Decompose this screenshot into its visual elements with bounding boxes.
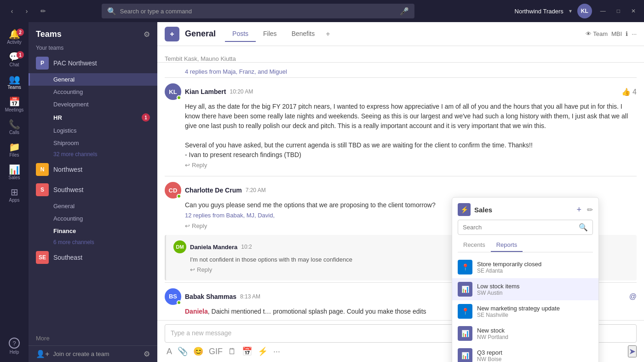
user-name-label[interactable]: Northwind Traders bbox=[515, 8, 564, 15]
channel-sw-finance[interactable]: Finance bbox=[29, 225, 157, 237]
search-bar[interactable]: 🔍 🎤 bbox=[102, 4, 414, 18]
southwest-more-channels[interactable]: 6 more channels bbox=[29, 237, 157, 247]
view-team-button[interactable]: 👁 Team bbox=[586, 30, 608, 37]
channel-development[interactable]: Development bbox=[29, 98, 157, 111]
maximize-button[interactable]: □ bbox=[614, 8, 623, 14]
dropdown-tabs: Recents Reports bbox=[458, 239, 593, 252]
charlotte-avatar-wrap: CD bbox=[165, 182, 181, 199]
reply-count-top[interactable]: 4 replies from Maja, Franz, and Miguel bbox=[157, 66, 644, 76]
dropdown-add-button[interactable]: + bbox=[576, 205, 581, 215]
list-item[interactable]: 📊 Q3 report NW Boise bbox=[452, 344, 598, 362]
tab-files[interactable]: Files bbox=[256, 26, 284, 42]
charlotte-online-dot bbox=[177, 194, 181, 199]
top-right: Northwind Traders ▾ KL — □ ✕ bbox=[515, 4, 638, 18]
sidebar-item-teams[interactable]: 👥 Teams bbox=[0, 71, 29, 93]
message-input-placeholder: Type a new message bbox=[171, 329, 231, 337]
new-stock-icon: 📊 bbox=[458, 326, 472, 341]
sidebar-footer: 👤+ Join or create a team ⚙ bbox=[29, 345, 157, 362]
teams-icon: 👥 bbox=[9, 75, 20, 84]
back-button[interactable]: ‹ bbox=[6, 5, 18, 18]
info-icon[interactable]: ℹ bbox=[626, 30, 628, 37]
apps-label: Apps bbox=[9, 198, 20, 203]
sidebar-item-help[interactable]: ? Help bbox=[7, 334, 22, 358]
mbi-badge[interactable]: MBI bbox=[611, 30, 622, 37]
sticker-button[interactable]: 🗒 bbox=[226, 345, 238, 358]
list-item[interactable]: 📊 Low stock items SW Austin bbox=[452, 278, 598, 300]
q3-report-info: Q3 report NW Boise bbox=[477, 349, 593, 362]
low-stock-icon: 📊 bbox=[458, 282, 472, 297]
thread-separator: Tembit Kask, Mauno Kiutta bbox=[157, 53, 644, 63]
activity-badge: 2 bbox=[17, 29, 24, 36]
sidebar-item-activity[interactable]: 🔔 Activity 2 bbox=[0, 26, 29, 48]
channel-hr[interactable]: HR 1 bbox=[29, 111, 157, 124]
marketing-info: New marketing strategy update SE Nashvil… bbox=[477, 305, 593, 318]
search-input[interactable] bbox=[120, 8, 396, 15]
minimize-button[interactable]: — bbox=[598, 8, 609, 14]
sidebar-item-sales[interactable]: 📊 Sales bbox=[0, 161, 29, 184]
channel-shiproom[interactable]: Shiproom bbox=[29, 137, 157, 149]
team-pac-northwest[interactable]: P PAC Northwest ··· bbox=[29, 53, 157, 73]
more-options-icon[interactable]: ··· bbox=[632, 30, 637, 37]
tab-benefits[interactable]: Benefits bbox=[284, 26, 322, 42]
team-southwest[interactable]: S Southwest ··· bbox=[29, 180, 157, 200]
list-item[interactable]: 📍 New marketing strategy update SE Nashv… bbox=[452, 300, 598, 322]
dropdown-search[interactable]: 🔍 bbox=[458, 220, 593, 235]
daniela-time: 10:2 bbox=[241, 244, 252, 250]
close-button[interactable]: ✕ bbox=[628, 8, 638, 14]
sidebar-more[interactable]: More bbox=[29, 331, 157, 345]
pac-northwest-more-channels[interactable]: 32 more channels bbox=[29, 149, 157, 159]
schedule-button[interactable]: 📅 bbox=[240, 344, 254, 358]
add-tab-icon[interactable]: + bbox=[322, 26, 334, 42]
channel-title: General bbox=[185, 29, 216, 39]
extension-button[interactable]: ⚡ bbox=[256, 344, 270, 358]
user-avatar[interactable]: KL bbox=[577, 4, 592, 18]
sidebar-item-files[interactable]: 📁 Files bbox=[0, 139, 29, 161]
send-button[interactable]: ➤ bbox=[628, 345, 637, 357]
channel-general[interactable]: General bbox=[29, 73, 157, 86]
list-item[interactable]: 📍 Store temporarily closed SE Atlanta bbox=[452, 256, 598, 278]
marketing-icon: 📍 bbox=[458, 304, 472, 319]
icon-sidebar-bottom: ? Help bbox=[7, 334, 22, 362]
settings-icon[interactable]: ⚙ bbox=[144, 350, 150, 358]
join-team-button[interactable]: 👤+ Join or create a team bbox=[36, 350, 109, 358]
team-southeast[interactable]: SE Southeast ··· bbox=[29, 247, 157, 268]
charlotte-author: Charlotte De Crum bbox=[185, 187, 242, 194]
forward-button[interactable]: › bbox=[20, 5, 33, 18]
sidebar-item-apps[interactable]: ⊞ Apps bbox=[0, 184, 29, 206]
filter-icon[interactable]: ⚙ bbox=[144, 30, 150, 39]
format-button[interactable]: A bbox=[165, 345, 174, 358]
gif-button[interactable]: GIF bbox=[207, 345, 224, 358]
tab-reports[interactable]: Reports bbox=[491, 239, 523, 252]
channel-logistics[interactable]: Logistics bbox=[29, 124, 157, 137]
channel-sw-accounting[interactable]: Accounting bbox=[29, 212, 157, 225]
new-stock-name: New stock bbox=[477, 327, 593, 334]
store-closed-info: Store temporarily closed SE Atlanta bbox=[477, 261, 593, 274]
teams-label: Teams bbox=[7, 85, 21, 90]
sidebar-item-calls[interactable]: 📞 Calls bbox=[0, 116, 29, 139]
charlotte-header: CD Charlotte De Crum 7:20 AM bbox=[165, 182, 637, 199]
more-button[interactable]: ··· bbox=[271, 345, 282, 358]
tab-posts[interactable]: Posts bbox=[225, 26, 256, 42]
channel-accounting[interactable]: Accounting bbox=[29, 86, 157, 98]
dropdown-search-input[interactable] bbox=[463, 224, 576, 231]
dropdown-pencil-icon[interactable]: ✏ bbox=[587, 205, 593, 214]
files-label: Files bbox=[9, 152, 19, 158]
separator bbox=[165, 77, 637, 78]
join-team-label: Join or create a team bbox=[53, 350, 109, 357]
sidebar-item-chat[interactable]: 💬 Chat 1 bbox=[0, 48, 29, 71]
pac-northwest-avatar: P bbox=[36, 57, 49, 70]
sidebar-item-meetings[interactable]: 📅 Meetings bbox=[0, 93, 29, 116]
emoji-button[interactable]: 😊 bbox=[191, 344, 205, 358]
compose-button[interactable]: ✏ bbox=[37, 5, 50, 18]
attach-button[interactable]: 📎 bbox=[176, 344, 190, 358]
calls-icon: 📞 bbox=[9, 120, 20, 129]
channel-sw-general[interactable]: General bbox=[29, 200, 157, 212]
channel-tabs: Posts Files Benefits + bbox=[225, 26, 334, 42]
channel-header-right: 👁 Team MBI ℹ ··· bbox=[586, 30, 637, 37]
separator2 bbox=[165, 176, 637, 176]
sales-icon: 📊 bbox=[9, 165, 20, 174]
list-item[interactable]: 📊 New stock NW Portland bbox=[452, 322, 598, 344]
tab-recents[interactable]: Recents bbox=[458, 239, 491, 252]
team-northwest[interactable]: N Northwest ··· bbox=[29, 159, 157, 180]
kian-reply-button[interactable]: ↩ Reply bbox=[165, 160, 637, 170]
